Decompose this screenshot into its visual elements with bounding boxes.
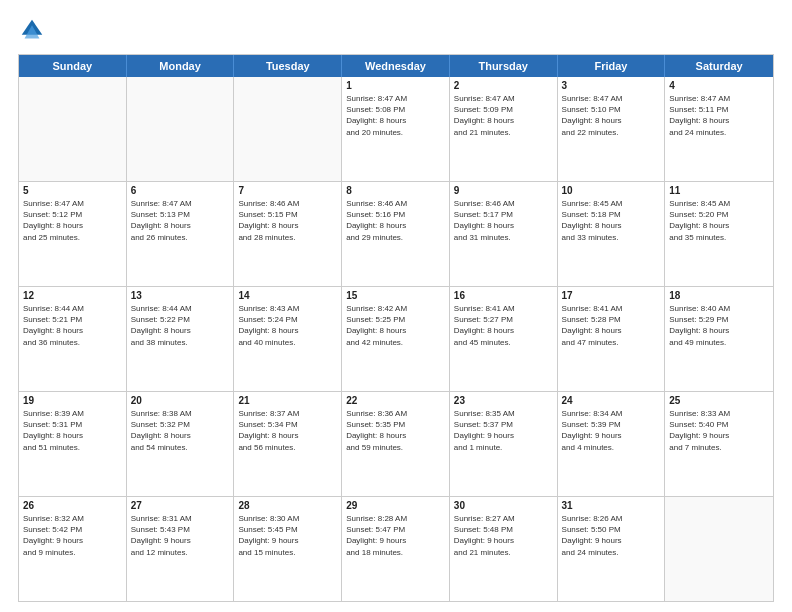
- week-row-1: 5Sunrise: 8:47 AM Sunset: 5:12 PM Daylig…: [19, 182, 773, 287]
- day-number: 5: [23, 185, 122, 196]
- empty-cell-4-6: [665, 497, 773, 601]
- calendar: SundayMondayTuesdayWednesdayThursdayFrid…: [18, 54, 774, 602]
- day-number: 31: [562, 500, 661, 511]
- day-number: 2: [454, 80, 553, 91]
- day-info: Sunrise: 8:47 AM Sunset: 5:13 PM Dayligh…: [131, 198, 230, 243]
- day-number: 21: [238, 395, 337, 406]
- day-cell-4: 4Sunrise: 8:47 AM Sunset: 5:11 PM Daylig…: [665, 77, 773, 181]
- day-cell-16: 16Sunrise: 8:41 AM Sunset: 5:27 PM Dayli…: [450, 287, 558, 391]
- day-cell-29: 29Sunrise: 8:28 AM Sunset: 5:47 PM Dayli…: [342, 497, 450, 601]
- day-number: 12: [23, 290, 122, 301]
- day-number: 9: [454, 185, 553, 196]
- day-number: 25: [669, 395, 769, 406]
- page: SundayMondayTuesdayWednesdayThursdayFrid…: [0, 0, 792, 612]
- day-info: Sunrise: 8:35 AM Sunset: 5:37 PM Dayligh…: [454, 408, 553, 453]
- day-number: 16: [454, 290, 553, 301]
- day-info: Sunrise: 8:47 AM Sunset: 5:12 PM Dayligh…: [23, 198, 122, 243]
- day-cell-13: 13Sunrise: 8:44 AM Sunset: 5:22 PM Dayli…: [127, 287, 235, 391]
- day-number: 22: [346, 395, 445, 406]
- day-info: Sunrise: 8:41 AM Sunset: 5:27 PM Dayligh…: [454, 303, 553, 348]
- week-row-3: 19Sunrise: 8:39 AM Sunset: 5:31 PM Dayli…: [19, 392, 773, 497]
- header-cell-monday: Monday: [127, 55, 235, 77]
- day-cell-26: 26Sunrise: 8:32 AM Sunset: 5:42 PM Dayli…: [19, 497, 127, 601]
- day-info: Sunrise: 8:41 AM Sunset: 5:28 PM Dayligh…: [562, 303, 661, 348]
- day-info: Sunrise: 8:33 AM Sunset: 5:40 PM Dayligh…: [669, 408, 769, 453]
- day-info: Sunrise: 8:47 AM Sunset: 5:11 PM Dayligh…: [669, 93, 769, 138]
- day-cell-28: 28Sunrise: 8:30 AM Sunset: 5:45 PM Dayli…: [234, 497, 342, 601]
- day-info: Sunrise: 8:26 AM Sunset: 5:50 PM Dayligh…: [562, 513, 661, 558]
- day-info: Sunrise: 8:32 AM Sunset: 5:42 PM Dayligh…: [23, 513, 122, 558]
- day-cell-6: 6Sunrise: 8:47 AM Sunset: 5:13 PM Daylig…: [127, 182, 235, 286]
- day-number: 20: [131, 395, 230, 406]
- day-cell-7: 7Sunrise: 8:46 AM Sunset: 5:15 PM Daylig…: [234, 182, 342, 286]
- day-cell-9: 9Sunrise: 8:46 AM Sunset: 5:17 PM Daylig…: [450, 182, 558, 286]
- day-info: Sunrise: 8:46 AM Sunset: 5:16 PM Dayligh…: [346, 198, 445, 243]
- header-cell-wednesday: Wednesday: [342, 55, 450, 77]
- day-info: Sunrise: 8:30 AM Sunset: 5:45 PM Dayligh…: [238, 513, 337, 558]
- week-row-2: 12Sunrise: 8:44 AM Sunset: 5:21 PM Dayli…: [19, 287, 773, 392]
- day-cell-1: 1Sunrise: 8:47 AM Sunset: 5:08 PM Daylig…: [342, 77, 450, 181]
- day-info: Sunrise: 8:46 AM Sunset: 5:17 PM Dayligh…: [454, 198, 553, 243]
- logo: [18, 16, 50, 44]
- day-number: 8: [346, 185, 445, 196]
- day-cell-27: 27Sunrise: 8:31 AM Sunset: 5:43 PM Dayli…: [127, 497, 235, 601]
- calendar-body: 1Sunrise: 8:47 AM Sunset: 5:08 PM Daylig…: [19, 77, 773, 601]
- day-cell-30: 30Sunrise: 8:27 AM Sunset: 5:48 PM Dayli…: [450, 497, 558, 601]
- day-info: Sunrise: 8:45 AM Sunset: 5:18 PM Dayligh…: [562, 198, 661, 243]
- day-info: Sunrise: 8:43 AM Sunset: 5:24 PM Dayligh…: [238, 303, 337, 348]
- day-info: Sunrise: 8:28 AM Sunset: 5:47 PM Dayligh…: [346, 513, 445, 558]
- week-row-4: 26Sunrise: 8:32 AM Sunset: 5:42 PM Dayli…: [19, 497, 773, 601]
- day-number: 17: [562, 290, 661, 301]
- day-cell-12: 12Sunrise: 8:44 AM Sunset: 5:21 PM Dayli…: [19, 287, 127, 391]
- header-cell-sunday: Sunday: [19, 55, 127, 77]
- logo-icon: [18, 16, 46, 44]
- day-info: Sunrise: 8:46 AM Sunset: 5:15 PM Dayligh…: [238, 198, 337, 243]
- day-number: 1: [346, 80, 445, 91]
- day-info: Sunrise: 8:39 AM Sunset: 5:31 PM Dayligh…: [23, 408, 122, 453]
- header-cell-friday: Friday: [558, 55, 666, 77]
- day-cell-18: 18Sunrise: 8:40 AM Sunset: 5:29 PM Dayli…: [665, 287, 773, 391]
- day-info: Sunrise: 8:27 AM Sunset: 5:48 PM Dayligh…: [454, 513, 553, 558]
- day-cell-17: 17Sunrise: 8:41 AM Sunset: 5:28 PM Dayli…: [558, 287, 666, 391]
- day-number: 19: [23, 395, 122, 406]
- day-cell-22: 22Sunrise: 8:36 AM Sunset: 5:35 PM Dayli…: [342, 392, 450, 496]
- day-info: Sunrise: 8:40 AM Sunset: 5:29 PM Dayligh…: [669, 303, 769, 348]
- empty-cell-0-0: [19, 77, 127, 181]
- day-cell-3: 3Sunrise: 8:47 AM Sunset: 5:10 PM Daylig…: [558, 77, 666, 181]
- day-cell-19: 19Sunrise: 8:39 AM Sunset: 5:31 PM Dayli…: [19, 392, 127, 496]
- day-number: 29: [346, 500, 445, 511]
- day-cell-31: 31Sunrise: 8:26 AM Sunset: 5:50 PM Dayli…: [558, 497, 666, 601]
- day-cell-2: 2Sunrise: 8:47 AM Sunset: 5:09 PM Daylig…: [450, 77, 558, 181]
- day-cell-24: 24Sunrise: 8:34 AM Sunset: 5:39 PM Dayli…: [558, 392, 666, 496]
- day-number: 23: [454, 395, 553, 406]
- day-info: Sunrise: 8:37 AM Sunset: 5:34 PM Dayligh…: [238, 408, 337, 453]
- day-number: 14: [238, 290, 337, 301]
- day-info: Sunrise: 8:45 AM Sunset: 5:20 PM Dayligh…: [669, 198, 769, 243]
- day-number: 7: [238, 185, 337, 196]
- day-info: Sunrise: 8:31 AM Sunset: 5:43 PM Dayligh…: [131, 513, 230, 558]
- empty-cell-0-2: [234, 77, 342, 181]
- day-number: 15: [346, 290, 445, 301]
- header-cell-saturday: Saturday: [665, 55, 773, 77]
- day-cell-5: 5Sunrise: 8:47 AM Sunset: 5:12 PM Daylig…: [19, 182, 127, 286]
- day-info: Sunrise: 8:47 AM Sunset: 5:10 PM Dayligh…: [562, 93, 661, 138]
- day-info: Sunrise: 8:38 AM Sunset: 5:32 PM Dayligh…: [131, 408, 230, 453]
- empty-cell-0-1: [127, 77, 235, 181]
- day-info: Sunrise: 8:42 AM Sunset: 5:25 PM Dayligh…: [346, 303, 445, 348]
- header-cell-thursday: Thursday: [450, 55, 558, 77]
- day-number: 28: [238, 500, 337, 511]
- header: [18, 16, 774, 44]
- day-number: 18: [669, 290, 769, 301]
- day-cell-14: 14Sunrise: 8:43 AM Sunset: 5:24 PM Dayli…: [234, 287, 342, 391]
- day-number: 27: [131, 500, 230, 511]
- day-number: 13: [131, 290, 230, 301]
- day-info: Sunrise: 8:44 AM Sunset: 5:21 PM Dayligh…: [23, 303, 122, 348]
- day-number: 26: [23, 500, 122, 511]
- day-info: Sunrise: 8:36 AM Sunset: 5:35 PM Dayligh…: [346, 408, 445, 453]
- day-number: 3: [562, 80, 661, 91]
- day-info: Sunrise: 8:47 AM Sunset: 5:09 PM Dayligh…: [454, 93, 553, 138]
- header-cell-tuesday: Tuesday: [234, 55, 342, 77]
- day-cell-10: 10Sunrise: 8:45 AM Sunset: 5:18 PM Dayli…: [558, 182, 666, 286]
- day-info: Sunrise: 8:34 AM Sunset: 5:39 PM Dayligh…: [562, 408, 661, 453]
- day-cell-21: 21Sunrise: 8:37 AM Sunset: 5:34 PM Dayli…: [234, 392, 342, 496]
